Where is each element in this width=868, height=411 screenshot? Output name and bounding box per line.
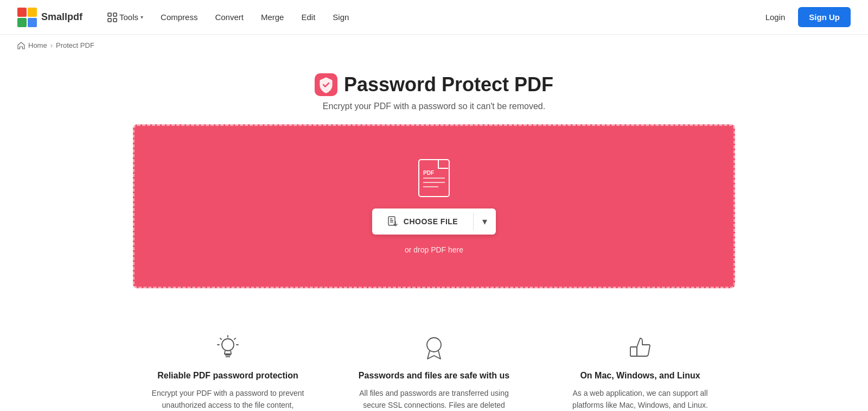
feature-reliable-title: Reliable PDF password protection bbox=[157, 371, 298, 381]
nav-sign[interactable]: Sign bbox=[325, 8, 356, 26]
login-button[interactable]: Login bbox=[759, 8, 792, 26]
svg-line-23 bbox=[234, 338, 235, 339]
drop-hint: or drop PDF here bbox=[405, 245, 463, 254]
feature-platforms-title: On Mac, Windows, and Linux bbox=[580, 371, 700, 381]
feature-reliable-desc: Encrypt your PDF with a password to prev… bbox=[146, 387, 309, 411]
nav-edit[interactable]: Edit bbox=[293, 8, 323, 26]
choose-file-button[interactable]: CHOOSE FILE bbox=[372, 208, 473, 235]
feature-safe: Passwords and files are safe with us All… bbox=[353, 334, 515, 411]
nav-convert[interactable]: Convert bbox=[207, 8, 251, 26]
svg-line-22 bbox=[220, 338, 221, 339]
grid-icon bbox=[107, 12, 117, 22]
nav-merge[interactable]: Merge bbox=[253, 8, 292, 26]
logo-text: Smallpdf bbox=[41, 11, 82, 23]
shield-icon bbox=[315, 73, 337, 96]
svg-point-26 bbox=[427, 338, 441, 352]
sign-label: Sign bbox=[333, 12, 349, 22]
feature-reliable: Reliable PDF password protection Encrypt… bbox=[146, 334, 309, 411]
feature-safe-desc: All files and passwords are transferred … bbox=[353, 387, 515, 411]
compress-label: Compress bbox=[161, 12, 197, 22]
chevron-down-icon: ▾ bbox=[482, 216, 487, 227]
svg-rect-1 bbox=[28, 8, 37, 17]
svg-rect-2 bbox=[17, 18, 27, 27]
svg-point-18 bbox=[222, 339, 234, 351]
edit-label: Edit bbox=[301, 12, 315, 22]
svg-rect-0 bbox=[17, 8, 27, 17]
tools-chevron-icon: ▾ bbox=[141, 14, 143, 20]
svg-text:PDF: PDF bbox=[423, 170, 434, 176]
svg-rect-4 bbox=[108, 13, 111, 16]
convert-label: Convert bbox=[215, 12, 244, 22]
feature-safe-title: Passwords and files are safe with us bbox=[359, 371, 509, 381]
signup-button[interactable]: Sign Up bbox=[798, 7, 851, 27]
tools-label: Tools bbox=[119, 12, 138, 22]
merge-label: Merge bbox=[261, 12, 284, 22]
hero-section: Password Protect PDF Encrypt your PDF wi… bbox=[0, 56, 868, 301]
hero-title: Password Protect PDF bbox=[344, 73, 553, 96]
svg-rect-5 bbox=[113, 13, 117, 16]
choose-file-group: CHOOSE FILE ▾ bbox=[372, 208, 496, 235]
pdf-file-icon: PDF bbox=[418, 159, 450, 198]
feature-platforms-desc: As a web application, we can support all… bbox=[559, 387, 722, 411]
features-section: Reliable PDF password protection Encrypt… bbox=[0, 301, 868, 411]
hero-subtitle: Encrypt your PDF with a password so it c… bbox=[323, 102, 545, 111]
svg-rect-6 bbox=[108, 18, 111, 22]
thumbsup-icon bbox=[626, 334, 654, 362]
nav-links: Tools ▾ Compress Convert Merge Edit Sign bbox=[100, 8, 759, 27]
home-icon bbox=[17, 42, 25, 49]
choose-file-dropdown-button[interactable]: ▾ bbox=[474, 208, 496, 235]
breadcrumb: Home › Protect PDF bbox=[0, 35, 868, 56]
nav-auth: Login Sign Up bbox=[759, 7, 851, 27]
file-upload-icon bbox=[387, 216, 398, 227]
hero-title-row: Password Protect PDF bbox=[315, 73, 553, 96]
lightbulb-icon bbox=[214, 334, 242, 362]
logo-icon bbox=[17, 8, 37, 27]
navbar: Smallpdf Tools ▾ Compress Convert Merge … bbox=[0, 0, 868, 35]
feature-platforms: On Mac, Windows, and Linux As a web appl… bbox=[559, 334, 722, 411]
breadcrumb-separator: › bbox=[50, 41, 53, 49]
svg-rect-7 bbox=[113, 18, 117, 22]
breadcrumb-home[interactable]: Home bbox=[28, 41, 47, 49]
breadcrumb-current: Protect PDF bbox=[56, 41, 94, 49]
choose-file-label: CHOOSE FILE bbox=[404, 217, 458, 226]
nav-tools[interactable]: Tools ▾ bbox=[100, 8, 151, 27]
svg-rect-3 bbox=[28, 18, 37, 27]
award-icon bbox=[420, 334, 448, 362]
logo[interactable]: Smallpdf bbox=[17, 8, 82, 27]
svg-rect-27 bbox=[630, 347, 637, 356]
nav-compress[interactable]: Compress bbox=[153, 8, 205, 26]
dropzone[interactable]: PDF CHOOSE FILE ▾ or drop PDF here bbox=[133, 124, 735, 288]
